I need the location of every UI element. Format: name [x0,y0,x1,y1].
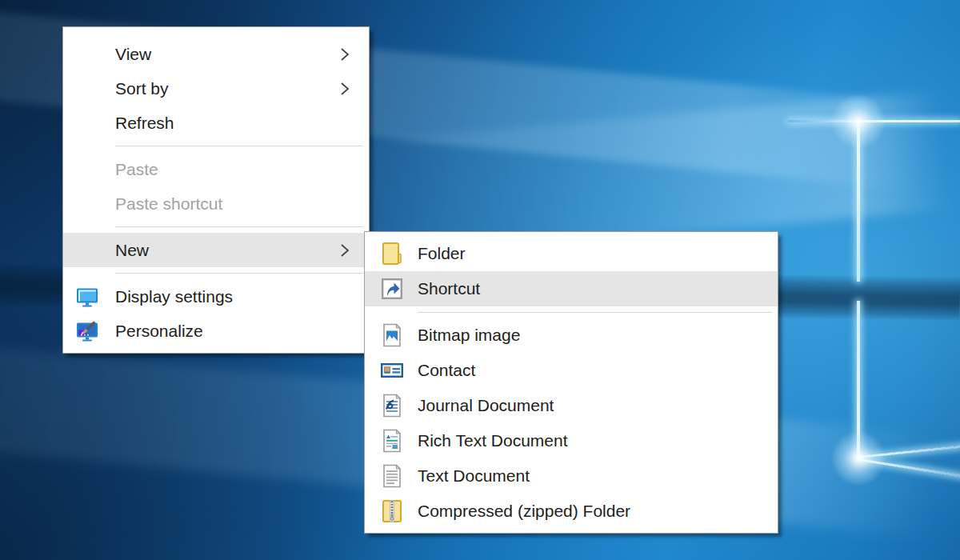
journal-document-icon [380,394,404,418]
menu-item-label: Rich Text Document [418,431,568,450]
window-logo-corner-glow-bottom [830,430,886,486]
menu-item-label: Bitmap image [418,326,520,345]
window-logo-ray-upper [858,445,960,458]
menu-item-display-settings[interactable]: Display settings [63,279,369,314]
rich-text-document-icon [380,429,404,453]
menu-item-paste-shortcut[interactable]: Paste shortcut [63,186,369,221]
submenu-item-compressed-zipped-folder[interactable]: Compressed (zipped) Folder [365,494,778,529]
menu-item-label: Folder [418,244,466,263]
menu-item-label: Shortcut [418,279,480,298]
folder-icon [380,242,404,266]
personalize-icon [76,320,98,342]
new-submenu: Folder Shortcut Bitmap image [364,231,778,534]
bitmap-image-icon [380,323,404,347]
menu-item-label: Compressed (zipped) Folder [418,502,630,521]
menu-item-label: Personalize [115,322,203,341]
menu-item-paste[interactable]: Paste [63,152,369,186]
menu-item-label: Text Document [418,466,530,486]
menu-separator [115,273,363,274]
submenu-item-text-document[interactable]: Text Document [365,458,778,494]
submenu-item-journal-document[interactable]: Journal Document [365,388,778,423]
window-logo-corner-glow-top [830,94,886,150]
menu-item-label: Sort by [115,79,169,98]
window-logo-vertical-line-bottom [857,301,860,459]
submenu-chevron-icon [340,243,350,258]
submenu-chevron-icon [340,47,350,62]
window-logo-ray-lower [858,458,960,478]
menu-item-label: Display settings [115,287,233,306]
shortcut-icon [380,277,404,301]
menu-item-view[interactable]: View [63,37,369,71]
menu-separator [115,146,363,146]
menu-item-new[interactable]: New [63,233,369,267]
menu-item-label: Refresh [115,114,174,133]
menu-item-label: Paste shortcut [115,194,222,214]
menu-item-personalize[interactable]: Personalize [63,314,369,348]
zip-folder-icon [380,499,404,523]
desktop-context-menu: View Sort by Refresh Paste Paste shortcu… [62,26,370,354]
menu-item-label: Journal Document [418,396,554,415]
menu-item-sort-by[interactable]: Sort by [63,71,369,106]
menu-item-label: Paste [115,160,158,179]
menu-item-label: New [115,241,149,260]
submenu-item-shortcut[interactable]: Shortcut [365,271,778,306]
menu-separator [418,312,772,313]
display-icon [76,286,98,308]
window-logo-vertical-line-top [857,122,860,282]
submenu-chevron-icon [340,82,350,96]
submenu-item-folder[interactable]: Folder [365,236,778,271]
menu-separator [115,226,363,227]
window-logo-horizontal-line [788,120,960,122]
submenu-item-rich-text-document[interactable]: Rich Text Document [365,423,778,458]
submenu-item-contact[interactable]: Contact [365,353,778,388]
menu-item-label: Contact [418,361,475,380]
text-document-icon [380,464,404,488]
contact-icon [380,358,404,382]
menu-item-label: View [115,45,151,64]
menu-item-refresh[interactable]: Refresh [63,106,369,140]
submenu-item-bitmap-image[interactable]: Bitmap image [365,318,778,353]
